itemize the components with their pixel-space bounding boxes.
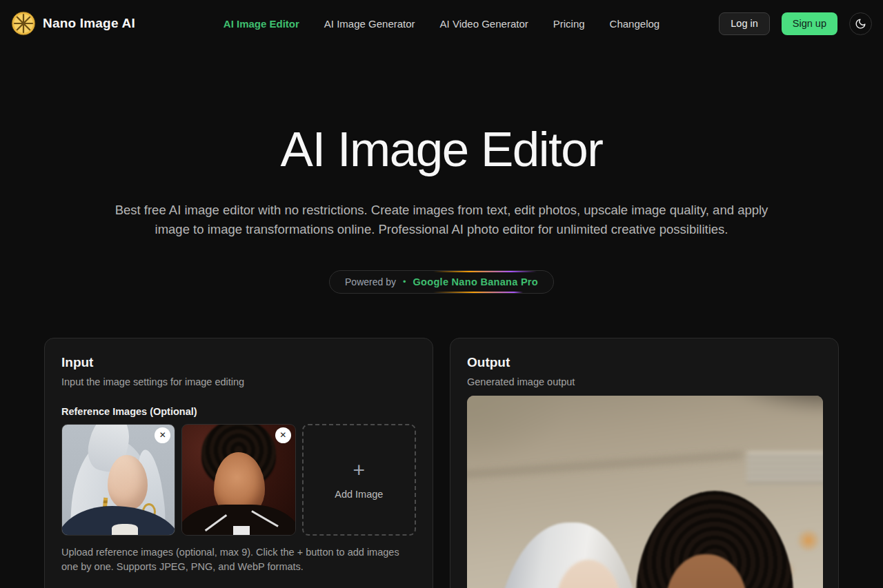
thumb1-tshirt-shape bbox=[112, 524, 138, 535]
reference-thumbnails: ✕ ✕ + Add Image bbox=[61, 424, 416, 536]
moon-icon bbox=[855, 18, 866, 30]
nav-ai-video-generator[interactable]: AI Video Generator bbox=[440, 18, 528, 30]
plus-icon: + bbox=[353, 460, 366, 480]
close-icon[interactable]: ✕ bbox=[275, 427, 291, 443]
login-button[interactable]: Log in bbox=[719, 12, 770, 35]
reference-images-label: Reference Images (Optional) bbox=[61, 406, 416, 417]
upload-help-text: Upload reference images (optional, max 9… bbox=[61, 545, 401, 574]
input-card-title: Input bbox=[61, 355, 416, 370]
add-image-button[interactable]: + Add Image bbox=[302, 424, 416, 536]
hero-section: AI Image Editor Best free AI image edito… bbox=[0, 124, 883, 294]
signup-button[interactable]: Sign up bbox=[782, 12, 837, 35]
page-title: AI Image Editor bbox=[0, 124, 883, 176]
nav-pricing[interactable]: Pricing bbox=[553, 18, 585, 30]
output-card: Output Generated image output bbox=[450, 338, 839, 588]
theme-toggle-button[interactable] bbox=[849, 12, 872, 35]
nav-ai-image-generator[interactable]: AI Image Generator bbox=[324, 18, 415, 30]
header: Nano Image AI AI Image Editor AI Image G… bbox=[0, 0, 883, 47]
output-card-subtitle: Generated image output bbox=[467, 376, 822, 387]
reference-image-1: ✕ bbox=[61, 424, 175, 536]
header-actions: Log in Sign up bbox=[673, 12, 872, 35]
generated-image-bokeh-light-1 bbox=[795, 529, 822, 551]
powered-by-prefix: Powered by bbox=[345, 276, 396, 287]
brand-name: Nano Image AI bbox=[43, 16, 135, 31]
input-card: Input Input the image settings for image… bbox=[44, 338, 433, 588]
nav-ai-image-editor[interactable]: AI Image Editor bbox=[224, 18, 299, 30]
generated-image bbox=[467, 396, 823, 588]
add-image-label: Add Image bbox=[335, 489, 383, 500]
editor-panels: Input Input the image settings for image… bbox=[0, 338, 883, 588]
nav-changelog[interactable]: Changelog bbox=[610, 18, 660, 30]
reference-image-2: ✕ bbox=[181, 424, 295, 536]
main-nav: AI Image Editor AI Image Generator AI Vi… bbox=[210, 18, 673, 30]
badge-gradient-top bbox=[433, 271, 537, 272]
input-card-subtitle: Input the image settings for image editi… bbox=[61, 376, 416, 387]
dot-separator-icon: • bbox=[403, 276, 406, 287]
close-icon[interactable]: ✕ bbox=[155, 427, 170, 443]
hero-subtitle: Best free AI image editor with no restri… bbox=[103, 201, 780, 240]
powered-by-row: Powered by • Google Nano Banana Pro bbox=[0, 270, 883, 294]
thumb2-shirt-shape bbox=[233, 526, 250, 535]
generated-image-vent-shape bbox=[746, 452, 823, 484]
powered-by-badge[interactable]: Powered by • Google Nano Banana Pro bbox=[329, 270, 554, 294]
output-card-title: Output bbox=[467, 355, 822, 370]
badge-gradient-bottom bbox=[433, 292, 523, 293]
citrus-slice-icon bbox=[11, 11, 36, 36]
powered-by-model-name: Google Nano Banana Pro bbox=[413, 276, 538, 287]
brand[interactable]: Nano Image AI bbox=[11, 11, 210, 36]
